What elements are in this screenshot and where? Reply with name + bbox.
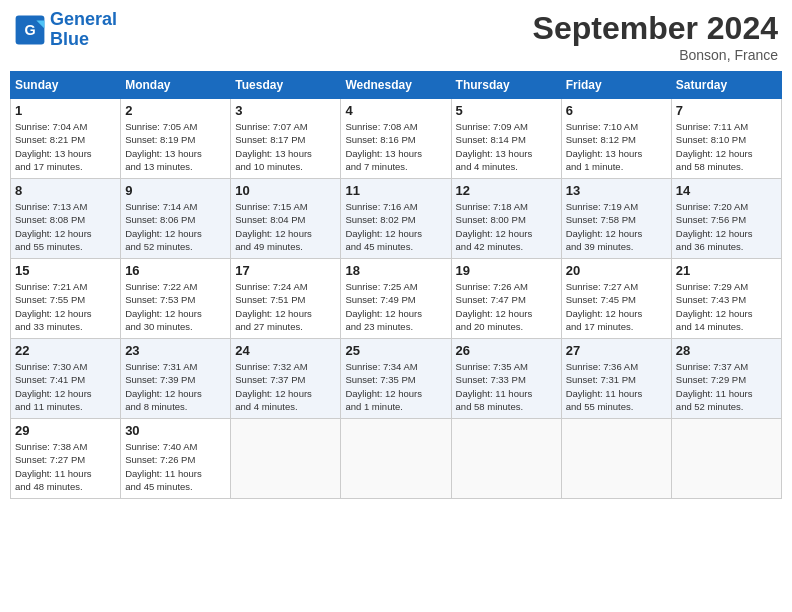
week-row-2: 8Sunrise: 7:13 AM Sunset: 8:08 PM Daylig…	[11, 179, 782, 259]
day-info: Sunrise: 7:27 AM Sunset: 7:45 PM Dayligh…	[566, 280, 667, 333]
day-number: 5	[456, 103, 557, 118]
calendar-cell: 3Sunrise: 7:07 AM Sunset: 8:17 PM Daylig…	[231, 99, 341, 179]
day-info: Sunrise: 7:22 AM Sunset: 7:53 PM Dayligh…	[125, 280, 226, 333]
weekday-header-row: SundayMondayTuesdayWednesdayThursdayFrid…	[11, 72, 782, 99]
day-info: Sunrise: 7:36 AM Sunset: 7:31 PM Dayligh…	[566, 360, 667, 413]
day-number: 16	[125, 263, 226, 278]
calendar-cell: 24Sunrise: 7:32 AM Sunset: 7:37 PM Dayli…	[231, 339, 341, 419]
day-number: 11	[345, 183, 446, 198]
day-number: 29	[15, 423, 116, 438]
day-number: 17	[235, 263, 336, 278]
weekday-header-tuesday: Tuesday	[231, 72, 341, 99]
day-info: Sunrise: 7:13 AM Sunset: 8:08 PM Dayligh…	[15, 200, 116, 253]
day-info: Sunrise: 7:16 AM Sunset: 8:02 PM Dayligh…	[345, 200, 446, 253]
day-number: 19	[456, 263, 557, 278]
day-number: 4	[345, 103, 446, 118]
calendar-cell: 8Sunrise: 7:13 AM Sunset: 8:08 PM Daylig…	[11, 179, 121, 259]
week-row-1: 1Sunrise: 7:04 AM Sunset: 8:21 PM Daylig…	[11, 99, 782, 179]
calendar-cell: 17Sunrise: 7:24 AM Sunset: 7:51 PM Dayli…	[231, 259, 341, 339]
day-info: Sunrise: 7:07 AM Sunset: 8:17 PM Dayligh…	[235, 120, 336, 173]
calendar-cell	[561, 419, 671, 499]
day-info: Sunrise: 7:32 AM Sunset: 7:37 PM Dayligh…	[235, 360, 336, 413]
day-info: Sunrise: 7:15 AM Sunset: 8:04 PM Dayligh…	[235, 200, 336, 253]
weekday-header-sunday: Sunday	[11, 72, 121, 99]
calendar-cell: 4Sunrise: 7:08 AM Sunset: 8:16 PM Daylig…	[341, 99, 451, 179]
day-info: Sunrise: 7:26 AM Sunset: 7:47 PM Dayligh…	[456, 280, 557, 333]
calendar-cell: 2Sunrise: 7:05 AM Sunset: 8:19 PM Daylig…	[121, 99, 231, 179]
weekday-header-friday: Friday	[561, 72, 671, 99]
month-title: September 2024	[533, 10, 778, 47]
day-info: Sunrise: 7:25 AM Sunset: 7:49 PM Dayligh…	[345, 280, 446, 333]
page-header: G General Blue September 2024 Bonson, Fr…	[10, 10, 782, 63]
day-info: Sunrise: 7:20 AM Sunset: 7:56 PM Dayligh…	[676, 200, 777, 253]
calendar-cell: 7Sunrise: 7:11 AM Sunset: 8:10 PM Daylig…	[671, 99, 781, 179]
week-row-4: 22Sunrise: 7:30 AM Sunset: 7:41 PM Dayli…	[11, 339, 782, 419]
day-info: Sunrise: 7:14 AM Sunset: 8:06 PM Dayligh…	[125, 200, 226, 253]
day-number: 24	[235, 343, 336, 358]
day-info: Sunrise: 7:37 AM Sunset: 7:29 PM Dayligh…	[676, 360, 777, 413]
day-number: 20	[566, 263, 667, 278]
day-number: 3	[235, 103, 336, 118]
day-info: Sunrise: 7:08 AM Sunset: 8:16 PM Dayligh…	[345, 120, 446, 173]
calendar-cell: 14Sunrise: 7:20 AM Sunset: 7:56 PM Dayli…	[671, 179, 781, 259]
calendar-cell: 16Sunrise: 7:22 AM Sunset: 7:53 PM Dayli…	[121, 259, 231, 339]
calendar-cell	[231, 419, 341, 499]
calendar-cell	[451, 419, 561, 499]
day-number: 12	[456, 183, 557, 198]
calendar-cell: 27Sunrise: 7:36 AM Sunset: 7:31 PM Dayli…	[561, 339, 671, 419]
day-number: 25	[345, 343, 446, 358]
day-number: 26	[456, 343, 557, 358]
calendar-cell: 9Sunrise: 7:14 AM Sunset: 8:06 PM Daylig…	[121, 179, 231, 259]
day-number: 1	[15, 103, 116, 118]
day-info: Sunrise: 7:38 AM Sunset: 7:27 PM Dayligh…	[15, 440, 116, 493]
day-number: 7	[676, 103, 777, 118]
calendar-cell: 12Sunrise: 7:18 AM Sunset: 8:00 PM Dayli…	[451, 179, 561, 259]
day-info: Sunrise: 7:30 AM Sunset: 7:41 PM Dayligh…	[15, 360, 116, 413]
calendar-cell: 22Sunrise: 7:30 AM Sunset: 7:41 PM Dayli…	[11, 339, 121, 419]
day-number: 10	[235, 183, 336, 198]
day-info: Sunrise: 7:24 AM Sunset: 7:51 PM Dayligh…	[235, 280, 336, 333]
location: Bonson, France	[533, 47, 778, 63]
week-row-5: 29Sunrise: 7:38 AM Sunset: 7:27 PM Dayli…	[11, 419, 782, 499]
calendar-cell: 29Sunrise: 7:38 AM Sunset: 7:27 PM Dayli…	[11, 419, 121, 499]
day-info: Sunrise: 7:35 AM Sunset: 7:33 PM Dayligh…	[456, 360, 557, 413]
calendar-cell: 20Sunrise: 7:27 AM Sunset: 7:45 PM Dayli…	[561, 259, 671, 339]
calendar-table: SundayMondayTuesdayWednesdayThursdayFrid…	[10, 71, 782, 499]
weekday-header-saturday: Saturday	[671, 72, 781, 99]
calendar-cell: 15Sunrise: 7:21 AM Sunset: 7:55 PM Dayli…	[11, 259, 121, 339]
calendar-cell: 6Sunrise: 7:10 AM Sunset: 8:12 PM Daylig…	[561, 99, 671, 179]
day-number: 18	[345, 263, 446, 278]
svg-text:G: G	[24, 22, 35, 38]
weekday-header-wednesday: Wednesday	[341, 72, 451, 99]
title-block: September 2024 Bonson, France	[533, 10, 778, 63]
calendar-cell: 26Sunrise: 7:35 AM Sunset: 7:33 PM Dayli…	[451, 339, 561, 419]
calendar-cell: 1Sunrise: 7:04 AM Sunset: 8:21 PM Daylig…	[11, 99, 121, 179]
calendar-cell: 28Sunrise: 7:37 AM Sunset: 7:29 PM Dayli…	[671, 339, 781, 419]
day-number: 21	[676, 263, 777, 278]
day-info: Sunrise: 7:10 AM Sunset: 8:12 PM Dayligh…	[566, 120, 667, 173]
calendar-cell: 10Sunrise: 7:15 AM Sunset: 8:04 PM Dayli…	[231, 179, 341, 259]
day-number: 28	[676, 343, 777, 358]
day-info: Sunrise: 7:19 AM Sunset: 7:58 PM Dayligh…	[566, 200, 667, 253]
day-info: Sunrise: 7:11 AM Sunset: 8:10 PM Dayligh…	[676, 120, 777, 173]
calendar-cell: 21Sunrise: 7:29 AM Sunset: 7:43 PM Dayli…	[671, 259, 781, 339]
calendar-cell: 30Sunrise: 7:40 AM Sunset: 7:26 PM Dayli…	[121, 419, 231, 499]
day-number: 27	[566, 343, 667, 358]
day-number: 23	[125, 343, 226, 358]
day-number: 30	[125, 423, 226, 438]
week-row-3: 15Sunrise: 7:21 AM Sunset: 7:55 PM Dayli…	[11, 259, 782, 339]
calendar-cell: 5Sunrise: 7:09 AM Sunset: 8:14 PM Daylig…	[451, 99, 561, 179]
day-info: Sunrise: 7:31 AM Sunset: 7:39 PM Dayligh…	[125, 360, 226, 413]
calendar-cell: 18Sunrise: 7:25 AM Sunset: 7:49 PM Dayli…	[341, 259, 451, 339]
day-info: Sunrise: 7:09 AM Sunset: 8:14 PM Dayligh…	[456, 120, 557, 173]
calendar-cell	[671, 419, 781, 499]
day-info: Sunrise: 7:05 AM Sunset: 8:19 PM Dayligh…	[125, 120, 226, 173]
day-number: 13	[566, 183, 667, 198]
logo-text: General Blue	[50, 10, 117, 50]
day-number: 2	[125, 103, 226, 118]
day-info: Sunrise: 7:21 AM Sunset: 7:55 PM Dayligh…	[15, 280, 116, 333]
calendar-cell: 13Sunrise: 7:19 AM Sunset: 7:58 PM Dayli…	[561, 179, 671, 259]
day-number: 9	[125, 183, 226, 198]
day-number: 8	[15, 183, 116, 198]
logo: G General Blue	[14, 10, 117, 50]
